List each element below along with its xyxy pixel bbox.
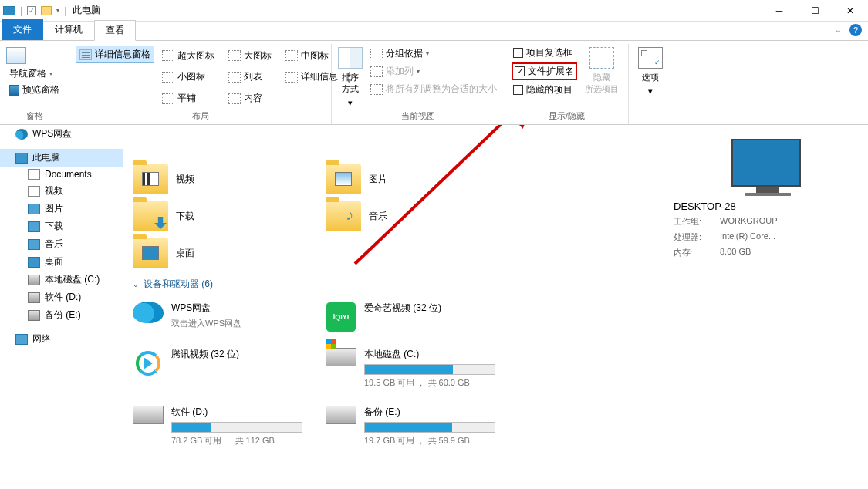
addcol-icon xyxy=(370,66,383,77)
sort-icon xyxy=(338,47,363,69)
title-bar: | ✓ ▾ | 此电脑 ─ ☐ ✕ xyxy=(0,0,868,22)
minimize-button[interactable]: ─ xyxy=(762,0,797,22)
qat-dropdown-icon[interactable]: ▾ xyxy=(56,7,59,14)
nav-pane-button[interactable]: 导航窗格▾ xyxy=(6,66,62,82)
desktop-folder-icon xyxy=(142,246,159,260)
drive-usage-bar xyxy=(364,364,495,375)
chevron-down-icon: ⌄ xyxy=(133,281,139,288)
folder-music[interactable]: ♪音乐 xyxy=(323,197,515,234)
sidebar-item-desktop[interactable]: 桌面 xyxy=(0,253,123,271)
view-list-button[interactable]: 列表 xyxy=(225,67,275,88)
tab-computer[interactable]: 计算机 xyxy=(43,19,94,40)
drive-d[interactable]: 软件 (D:) 78.2 GB 可用 ， 共 112 GB xyxy=(130,401,323,459)
dropdown-icon: ▾ xyxy=(648,86,653,96)
qat-folder-icon[interactable] xyxy=(41,6,52,15)
details-pane-label: 详细信息窗格 xyxy=(95,48,150,61)
close-button[interactable]: ✕ xyxy=(833,0,868,22)
window-title: 此电脑 xyxy=(73,4,100,17)
details-pane-button[interactable]: 详细信息窗格 xyxy=(76,46,154,63)
video-folder-icon xyxy=(142,172,159,186)
sidebar-item-drive-e[interactable]: 备份 (E:) xyxy=(0,306,123,324)
hidden-items-toggle[interactable]: 隐藏的项目 xyxy=(512,83,577,97)
document-icon xyxy=(28,169,40,180)
sidebar-item-drive-d[interactable]: 软件 (D:) xyxy=(0,288,123,306)
group-by-button[interactable]: 分组依据▾ xyxy=(367,46,500,62)
item-checkboxes-toggle[interactable]: 项目复选框 xyxy=(512,46,577,60)
preview-pane-icon xyxy=(9,85,19,96)
pc-icon xyxy=(15,153,28,164)
size-columns-button[interactable]: 将所有列调整为合适的大小 xyxy=(367,81,500,97)
sm-icon xyxy=(162,72,174,83)
sidebar-item-thispc[interactable]: 此电脑 xyxy=(0,149,123,167)
drive-wps[interactable]: WPS网盘双击进入WPS网盘 xyxy=(130,297,323,343)
xl-icon xyxy=(162,50,174,61)
group-label-layout: 布局 xyxy=(76,109,325,124)
folder-desktop[interactable]: 桌面 xyxy=(130,234,323,271)
app-icon xyxy=(3,6,15,15)
folder-videos[interactable]: 视频 xyxy=(130,160,323,197)
sidebar-item-drive-c[interactable]: 本地磁盘 (C:) xyxy=(0,271,123,288)
view-lg-button[interactable]: 大图标 xyxy=(225,46,275,66)
folder-downloads[interactable]: 下载 xyxy=(130,197,323,234)
group-label-view: 当前视图 xyxy=(338,109,498,124)
cloud-icon xyxy=(15,129,28,140)
navigation-sidebar: WPS网盘 此电脑 Documents 视频 图片 下载 音乐 桌面 本地磁盘 … xyxy=(0,125,123,489)
preview-pane-label: 预览窗格 xyxy=(22,83,59,96)
ribbon: 导航窗格▾ 预览窗格 窗格 详细信息窗格 超大图标 大图标 中图标 小图标 xyxy=(0,40,868,125)
options-icon: ✓ xyxy=(638,47,663,69)
view-xl-button[interactable]: 超大图标 xyxy=(159,46,218,66)
preview-pane-button[interactable]: 预览窗格 xyxy=(6,82,62,98)
minimize-ribbon-icon[interactable]: ↔ xyxy=(834,26,842,35)
picture-folder-icon xyxy=(335,172,352,186)
content-icon xyxy=(228,93,241,104)
sidebar-item-pictures[interactable]: 图片 xyxy=(0,200,123,218)
drive-e[interactable]: 备份 (E:) 19.7 GB 可用 ， 共 59.9 GB xyxy=(323,401,515,459)
sidebar-item-wps[interactable]: WPS网盘 xyxy=(0,125,123,143)
main-area: WPS网盘 此电脑 Documents 视频 图片 下载 音乐 桌面 本地磁盘 … xyxy=(0,125,868,489)
sidebar-item-videos[interactable]: 视频 xyxy=(0,182,123,200)
group-label-showhide: 显示/隐藏 xyxy=(512,109,622,124)
desktop-icon xyxy=(28,257,40,268)
sidebar-item-network[interactable]: 网络 xyxy=(0,330,123,348)
details-pane: DESKTOP-28 工作组:WORKGROUP 处理器:Intel(R) Co… xyxy=(664,125,868,489)
download-folder-icon xyxy=(154,217,167,229)
ribbon-tabs: 文件 计算机 查看 ↔ ? xyxy=(0,22,868,40)
qat-checkbox-icon[interactable]: ✓ xyxy=(27,6,36,15)
tab-file[interactable]: 文件 xyxy=(2,19,43,40)
checkbox-icon: ✓ xyxy=(515,66,525,76)
sidebar-item-downloads[interactable]: 下载 xyxy=(0,218,123,235)
music-folder-icon: ♪ xyxy=(346,206,356,221)
qat-separator: | xyxy=(20,5,22,16)
drive-e-icon xyxy=(326,406,356,424)
help-icon[interactable]: ? xyxy=(849,24,862,36)
group-label-panes: 窗格 xyxy=(6,109,62,124)
dropdown-icon: ▾ xyxy=(348,98,353,108)
section-devices[interactable]: ⌄设备和驱动器 (6) xyxy=(130,271,657,297)
quick-access-toolbar: | ✓ ▾ | xyxy=(0,5,66,16)
content-area: 视频 图片 下载 ♪音乐 桌面 ⌄设备和驱动器 (6) WPS网盘双击进入WPS… xyxy=(123,125,664,489)
view-sm-button[interactable]: 小图标 xyxy=(159,67,218,88)
tab-view[interactable]: 查看 xyxy=(94,20,136,41)
lg-icon xyxy=(228,50,241,61)
nav-pane-icon xyxy=(6,47,26,64)
details-icon xyxy=(285,72,298,83)
drive-icon xyxy=(28,292,40,303)
hide-selected-button[interactable]: 隐藏 所选项目 xyxy=(582,46,622,109)
picture-icon xyxy=(28,204,40,214)
drive-iqiyi[interactable]: iQIYI 爱奇艺视频 (32 位) xyxy=(323,297,515,343)
drive-d-icon xyxy=(133,406,164,424)
view-content-button[interactable]: 内容 xyxy=(225,88,275,109)
drive-tencent[interactable]: 腾讯视频 (32 位) xyxy=(130,343,323,401)
sidebar-item-documents[interactable]: Documents xyxy=(0,167,123,182)
sidebar-item-music[interactable]: 音乐 xyxy=(0,235,123,253)
folder-pictures[interactable]: 图片 xyxy=(323,160,515,197)
checkbox-icon xyxy=(513,85,523,95)
file-extensions-toggle[interactable]: ✓文件扩展名 xyxy=(512,62,577,80)
options-button[interactable]: ✓ 选项 ▾ xyxy=(635,46,666,111)
wps-icon xyxy=(133,302,164,323)
view-tiles-button[interactable]: 平铺 xyxy=(159,88,218,109)
add-columns-button[interactable]: 添加列▾ xyxy=(367,63,500,79)
maximize-button[interactable]: ☐ xyxy=(797,0,833,22)
sort-button[interactable]: 排序方式 ▾ xyxy=(338,46,363,109)
drive-c[interactable]: 本地磁盘 (C:) 19.5 GB 可用 ， 共 60.0 GB xyxy=(323,343,515,401)
